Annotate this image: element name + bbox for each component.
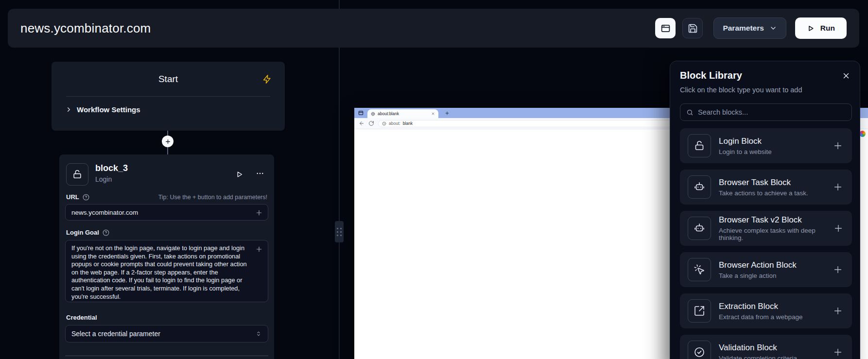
chevrons-up-down-icon [255,330,262,337]
plus-icon [833,223,844,234]
block-item-description: Extract data from a webpage [719,313,803,321]
back-icon [359,120,365,126]
start-block-title: Start [158,74,178,85]
save-icon [688,23,698,34]
block-type-label: Login [95,175,128,183]
add-block-button[interactable] [832,346,844,359]
block-item-title: Extraction Block [719,302,803,311]
help-circle-icon[interactable] [83,194,89,201]
close-icon [842,71,851,80]
block-item-title: Validation Block [719,343,797,353]
block-library-list: Login Block Login to a website Browser T… [680,128,852,359]
add-block-button[interactable] [832,305,844,317]
tab-close-icon [431,112,435,116]
url-host: blank [403,121,413,126]
block-item-description: Take a single action [719,272,797,279]
url-scheme: about: [389,121,400,126]
lightning-icon [262,74,272,84]
block-name: block_3 [95,163,128,173]
window-icon [358,110,364,116]
extract-icon [694,305,705,317]
credential-select[interactable]: Select a credential parameter [65,325,268,342]
help-circle-icon[interactable] [103,229,109,236]
block-item-description: Achieve complex tasks with deep thinking… [719,227,833,241]
play-icon [235,170,244,179]
splitter-grip[interactable] [335,221,344,242]
parameters-button[interactable]: Parameters [713,17,786,39]
run-label: Run [820,24,835,33]
ellipsis-icon [256,169,264,178]
topbar-actions: Parameters Run [655,17,847,39]
close-panel-button[interactable] [840,70,852,82]
start-block-header: Start [52,62,285,96]
block-item-description: Take actions to achieve a task. [719,189,808,197]
plus-icon [255,209,263,217]
search-icon [686,109,694,116]
add-block-button[interactable] [832,181,844,193]
chevron-right-icon [65,106,72,113]
start-block-card: Start Workflow Settings [52,62,285,131]
cursor-click-icon [694,264,705,275]
card-section-divider [65,356,268,356]
block-search-input[interactable] [698,108,846,116]
plus-icon [165,138,171,145]
block-more-button[interactable] [256,169,264,180]
block-library-item[interactable]: Login Block Login to a website [680,128,852,163]
chevron-down-icon [769,24,777,32]
credential-label: Credential [66,314,267,321]
workflow-settings-toggle[interactable]: Workflow Settings [52,97,285,122]
block-library-item[interactable]: Extraction Block Extract data from a web… [680,293,852,328]
play-icon [807,24,815,33]
login-goal-label: Login Goal [66,229,99,236]
block-library-item[interactable]: Browser Task v2 Block Achieve complex ta… [680,211,852,246]
url-tip: Tip: Use the + button to add parameters! [158,194,267,201]
circle-check-icon [694,346,705,358]
block-search-field [680,103,852,121]
browser-tab-title: about:blank [378,111,429,116]
block-item-title: Browser Action Block [719,260,797,270]
plus-icon [833,182,843,192]
add-url-parameter-button[interactable] [253,207,265,219]
lock-open-icon [694,140,705,152]
browser-panel-button[interactable] [655,18,676,38]
block-item-title: Browser Task v2 Block [719,215,833,225]
reload-icon [368,120,374,126]
block-icon-box [66,163,88,186]
add-block-button[interactable] [832,263,844,276]
login-goal-textarea[interactable]: If you're not on the login page, navigat… [66,240,268,302]
url-field [65,204,268,221]
plus-icon [833,264,843,275]
save-button[interactable] [682,18,703,38]
login-block-card: block_3 Login URL Tip: Use the + button … [59,154,274,359]
login-goal-field: If you're not on the login page, navigat… [65,240,268,302]
block-library-panel: Block Library Click on the block type yo… [670,61,860,359]
add-block-connector-button[interactable] [162,136,174,147]
add-block-button[interactable] [833,222,844,235]
add-goal-parameter-button[interactable] [253,243,265,255]
new-tab-icon [445,111,450,116]
lock-open-icon [72,169,83,180]
robot-icon [694,222,705,234]
workflow-editor: about:blank about:blank news.ycombinator… [0,0,868,359]
run-block-button[interactable] [235,170,244,179]
robot-icon [694,181,705,193]
block-item-title: Login Block [719,137,772,146]
url-input[interactable] [66,205,268,220]
block-item-title: Browser Task Block [719,178,808,188]
workflow-title: news.ycombinator.com [20,21,151,36]
block-item-description: Login to a website [719,148,772,155]
plus-icon [255,245,263,253]
add-block-button[interactable] [832,139,844,152]
block-library-item[interactable]: Browser Action Block Take a single actio… [680,252,852,287]
plus-icon [833,347,843,358]
plus-icon [833,140,843,151]
run-button[interactable]: Run [795,17,847,39]
block-item-description: Validate completion criteria [719,355,797,359]
block-library-item[interactable]: Browser Task Block Take actions to achie… [680,170,852,205]
workflow-settings-label: Workflow Settings [77,105,140,114]
browser-tab: about:blank [367,109,438,118]
plus-icon [833,306,843,316]
block-library-subtitle: Click on the block type you want to add [680,86,852,94]
app-window-icon [660,23,671,34]
block-library-item[interactable]: Validation Block Validate completion cri… [680,335,852,359]
